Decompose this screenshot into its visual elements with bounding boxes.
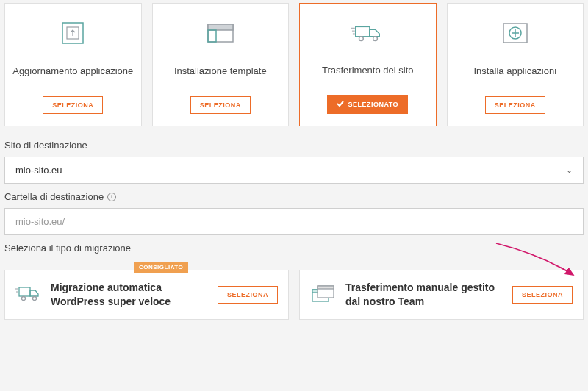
dest-folder-input[interactable]	[4, 208, 584, 235]
dest-site-select[interactable]: mio-sito.eu ⌄	[4, 157, 584, 184]
dest-folder-section: Cartella di destinazione i	[0, 187, 588, 238]
card-title: Aggiornamento applicazione	[12, 65, 133, 78]
svg-point-17	[33, 296, 37, 300]
button-label: SELEZIONATO	[348, 101, 398, 108]
card-title: Installazione template	[174, 65, 267, 78]
svg-rect-23	[318, 286, 334, 289]
svg-rect-5	[356, 26, 370, 36]
migration-section: Seleziona il tipo di migrazione	[0, 238, 588, 262]
svg-rect-3	[208, 24, 233, 30]
card-title: Trasferimento del sito	[322, 64, 414, 77]
svg-point-7	[373, 37, 378, 41]
chevron-down-icon: ⌄	[566, 165, 573, 175]
svg-rect-15	[19, 287, 30, 296]
dest-folder-label: Cartella di destinazione i	[4, 191, 584, 202]
migration-option-title: Trasferimento manuale gestito dal nostro…	[345, 281, 503, 309]
migration-label: Seleziona il tipo di migrazione	[4, 243, 584, 254]
dest-site-section: Sito di destinazione mio-sito.eu ⌄	[0, 135, 588, 187]
service-cards-row: Aggiornamento applicazione SELEZIONA Ins…	[0, 0, 588, 135]
select-button[interactable]: SELEZIONA	[190, 96, 251, 114]
card-site-transfer[interactable]: Trasferimento del sito SELEZIONATO	[299, 3, 437, 126]
svg-point-6	[359, 37, 364, 41]
upload-icon	[57, 17, 89, 49]
truck-fast-icon	[15, 284, 42, 306]
recommended-badge: CONSIGLIATO	[134, 262, 188, 273]
card-title: Installa applicazioni	[473, 65, 556, 78]
svg-rect-4	[208, 30, 216, 42]
migration-option-title: Migrazione automatica WordPress super ve…	[51, 281, 209, 309]
windows-icon	[310, 284, 337, 306]
template-icon	[204, 17, 237, 49]
dest-site-label: Sito di destinazione	[4, 140, 584, 151]
select-button[interactable]: SELEZIONA	[485, 96, 545, 114]
dest-site-value: mio-sito.eu	[15, 165, 62, 176]
dest-folder-label-text: Cartella di destinazione	[4, 191, 104, 202]
migration-option-auto[interactable]: CONSIGLIATO Migrazione automatica WordPr…	[4, 270, 289, 320]
migration-option-manual[interactable]: Trasferimento manuale gestito dal nostro…	[299, 270, 584, 320]
select-button[interactable]: SELEZIONA	[218, 286, 278, 304]
select-button[interactable]: SELEZIONA	[512, 286, 573, 304]
selected-button[interactable]: SELEZIONATO	[327, 95, 408, 114]
info-icon[interactable]: i	[107, 193, 116, 201]
check-icon	[337, 100, 344, 109]
card-install-apps[interactable]: Installa applicazioni SELEZIONA	[447, 3, 584, 126]
select-button[interactable]: SELEZIONA	[43, 96, 103, 114]
truck-icon	[351, 17, 384, 49]
add-circle-icon	[499, 17, 531, 49]
card-update-app[interactable]: Aggiornamento applicazione SELEZIONA	[4, 3, 142, 126]
svg-point-16	[22, 296, 26, 300]
migration-options-row: CONSIGLIATO Migrazione automatica WordPr…	[0, 267, 588, 323]
card-install-template[interactable]: Installazione template SELEZIONA	[152, 3, 290, 126]
